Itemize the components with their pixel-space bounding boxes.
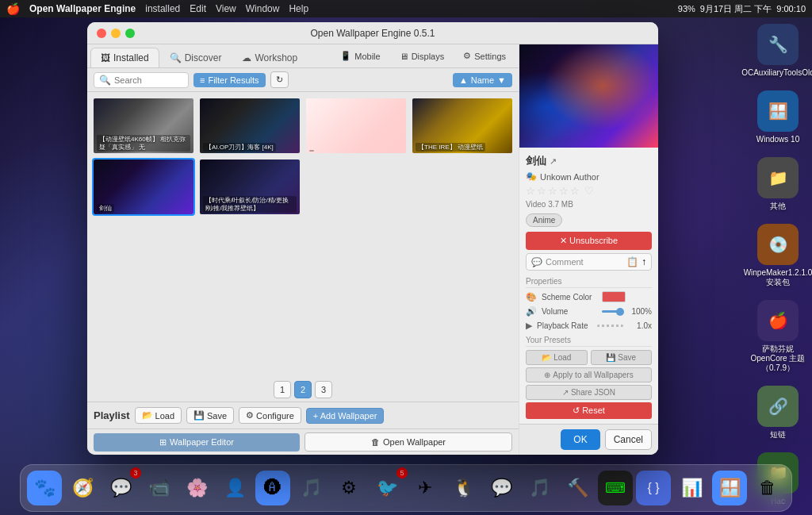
filter-results-button[interactable]: ≡ Filter Results [193, 73, 266, 87]
menubar-app-name[interactable]: Open Wallpaper Engine [29, 3, 136, 14]
search-input[interactable] [114, 75, 178, 85]
page-2-button[interactable]: 2 [294, 381, 312, 398]
mobile-button[interactable]: 📱 Mobile [334, 48, 386, 63]
tab-installed[interactable]: 🖼 Installed [90, 48, 159, 67]
apple-menu[interactable]: 🍎 [6, 2, 20, 15]
reset-label: ↺ Reset [573, 405, 605, 416]
open-wallpaper-button[interactable]: 🗑 Open Wallpaper [304, 432, 512, 452]
window-minimize-button[interactable] [111, 29, 121, 38]
wallpaper-thumb-1[interactable]: 【动漫壁纸4K60帧】 相扒克弥 疑「真实感」 无 [92, 97, 195, 155]
dock-music[interactable]: 🎵 [293, 471, 328, 505]
comment-row[interactable]: 💬 Comment 📋 ↑ [526, 253, 652, 271]
playlist-save-button[interactable]: 💾 Save [186, 407, 234, 424]
menubar-window[interactable]: Window [246, 3, 280, 14]
share-icon[interactable]: ↑ [642, 256, 646, 267]
dock-netease[interactable]: 🎵 [522, 471, 557, 505]
star-2[interactable]: ☆ [537, 185, 546, 197]
dock-finder[interactable]: 🐾 [27, 471, 62, 505]
dock-contacts[interactable]: 👤 [217, 471, 252, 505]
dock-twitter[interactable]: 🐦5 [370, 471, 404, 505]
search-input-wrap[interactable]: 🔍 [94, 72, 189, 88]
star-5[interactable]: ☆ [570, 185, 580, 197]
playback-track[interactable] [597, 325, 623, 327]
name-sort-button[interactable]: ▲ Name ▼ [453, 73, 512, 87]
refresh-button[interactable]: ↻ [270, 71, 289, 88]
star-3[interactable]: ☆ [548, 185, 557, 197]
window-close-button[interactable] [97, 29, 106, 38]
dock-prefs[interactable]: ⚙ [331, 471, 366, 505]
dock-safari[interactable]: 🧭 [65, 471, 100, 505]
dock-app1[interactable]: 📊 [674, 471, 709, 505]
reset-button[interactable]: ↺ Reset [526, 402, 652, 419]
apply-label: Apply to all Wallpapers [553, 371, 633, 379]
desktop-icon-ocauxiliary[interactable]: 🔧 OCAuxiliaryToolsOld [750, 24, 806, 78]
wallpaper-thumb-6[interactable]: 【时代乘/叶叙长/防治/精/更换 刚/推/我推荐壁纸】 [198, 158, 301, 216]
filter-icon: ≡ [200, 75, 205, 85]
preset-load-button[interactable]: 📂 Load [526, 350, 588, 365]
page-1-button[interactable]: 1 [274, 381, 291, 398]
settings-button[interactable]: ⚙ Settings [457, 48, 512, 63]
desktop-icon-shortcut[interactable]: 🔗 短链 [750, 386, 806, 440]
dock-wechat[interactable]: 💬 [484, 471, 519, 505]
dock-qq[interactable]: 🐧 [446, 471, 481, 505]
playlist-load-button[interactable]: 📂 Load [135, 407, 182, 424]
dock-windows[interactable]: 🪟 [712, 471, 747, 505]
volume-value: 100% [628, 307, 652, 316]
desktop-icon-winpe[interactable]: 💿 WinpeMaker1.2.1.0安装包 [750, 224, 806, 287]
dock-vscode[interactable]: { } [636, 471, 671, 505]
window-title: Open Wallpaper Engine 0.5.1 [311, 28, 435, 39]
menubar-help[interactable]: Help [289, 3, 308, 14]
color-swatch[interactable] [602, 291, 626, 302]
menubar-edit[interactable]: Edit [190, 3, 206, 14]
preset-load-label: Load [553, 353, 571, 362]
volume-icon: 🔊 [526, 306, 537, 317]
wallpaper-thumb-4[interactable]: 【THE IRE】 动漫壁纸 [411, 97, 514, 155]
mobile-label: Mobile [354, 52, 380, 61]
desktop-icon-windows10[interactable]: 🪟 Windows 10 [750, 90, 806, 144]
apply-all-button[interactable]: ⊕ Apply to all Wallpapers [526, 367, 652, 382]
volume-track[interactable] [602, 310, 623, 313]
window-maximize-button[interactable] [125, 29, 135, 38]
dock-telegram[interactable]: ✈ [408, 471, 442, 505]
window-controls [97, 29, 135, 38]
ok-button[interactable]: OK [561, 429, 599, 450]
unsubscribe-label: ✕ Unsubscribe [560, 236, 618, 246]
displays-button[interactable]: 🖥 Displays [393, 49, 451, 63]
cancel-button[interactable]: Cancel [605, 429, 652, 450]
installed-icon: 🖼 [101, 52, 110, 63]
desktop-icon-other[interactable]: 📁 其他 [750, 157, 806, 211]
left-panel: 🖼 Installed 🔍 Discover ☁ Workshop [87, 44, 519, 455]
desktop-icon-label: OCAuxiliaryToolsOld [741, 68, 812, 78]
share-json-button[interactable]: ↗ Share JSON [526, 385, 652, 400]
dock-photos[interactable]: 🌸 [179, 471, 214, 505]
external-link-icon[interactable]: ↗ [550, 156, 557, 167]
heart-icon[interactable]: ♡ [584, 185, 594, 197]
add-wallpaper-button[interactable]: + Add Wallpaper [306, 408, 385, 424]
preset-save-button[interactable]: 💾 Save [591, 350, 653, 365]
dock-messages[interactable]: 💬3 [103, 471, 138, 505]
wallpaper-thumb-5[interactable]: 剑仙 [92, 158, 195, 216]
copy-icon[interactable]: 📋 [626, 256, 638, 267]
apply-icon: ⊕ [544, 371, 550, 379]
menubar-file[interactable]: installed [145, 3, 180, 14]
unsubscribe-button[interactable]: ✕ Unsubscribe [526, 232, 652, 250]
dock-appstore[interactable]: 🅐 [255, 471, 290, 505]
desktop-icon-opencore[interactable]: 🍎 萨勒芬妮 OpenCore 主题（0.7.9） [750, 300, 806, 373]
dock-hackintool[interactable]: 🔨 [560, 471, 595, 505]
menubar-view[interactable]: View [216, 3, 236, 14]
wallpaper-editor-button[interactable]: ⊞ Wallpaper Editor [94, 433, 300, 452]
page-3-button[interactable]: 3 [315, 381, 332, 398]
playlist-configure-button[interactable]: ⚙ Configure [239, 407, 301, 424]
wallpaper-thumb-2[interactable]: 【AI.OP刀刃】海客 [4K] [198, 97, 301, 155]
wallpaper-grid: 【动漫壁纸4K60帧】 相扒克弥 疑「真实感」 无 【AI.OP刀刃】海客 [4… [87, 92, 519, 378]
dock-trash[interactable]: 🗑 [750, 471, 785, 505]
tab-discover[interactable]: 🔍 Discover [159, 48, 232, 67]
star-1[interactable]: ☆ [526, 185, 535, 197]
open-icon: 🗑 [371, 437, 380, 447]
anime-tag[interactable]: Anime [526, 213, 562, 227]
dock-terminal[interactable]: ⌨ [598, 471, 633, 505]
tab-workshop[interactable]: ☁ Workshop [232, 48, 308, 67]
dock-facetime[interactable]: 📹 [141, 471, 176, 505]
wallpaper-thumb-3[interactable] [304, 97, 408, 155]
star-4[interactable]: ☆ [559, 185, 569, 197]
